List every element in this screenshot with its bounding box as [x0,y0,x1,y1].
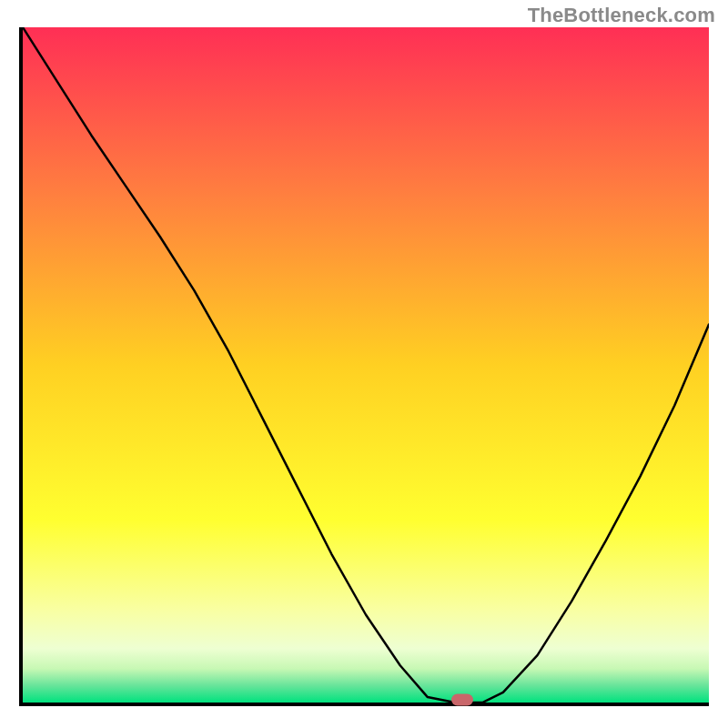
plot-frame [19,27,709,706]
bottleneck-curve-path [23,27,709,703]
optimal-point-marker [451,694,473,706]
watermark-text: TheBottleneck.com [528,4,715,27]
curve-line [23,27,709,703]
bottleneck-chart: TheBottleneck.com [0,0,728,728]
